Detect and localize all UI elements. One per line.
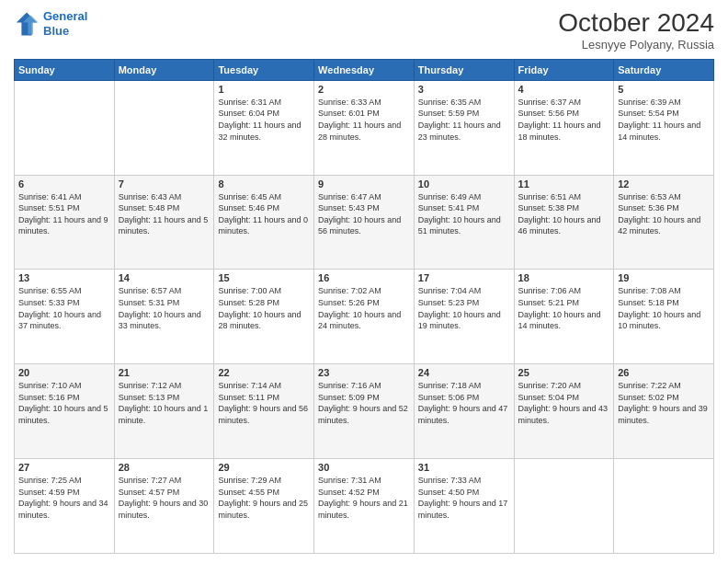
week-row-3: 20Sunrise: 7:10 AMSunset: 5:16 PMDayligh…: [15, 364, 714, 459]
day-number: 22: [218, 367, 310, 378]
calendar-cell: [614, 459, 714, 554]
cell-info: Daylight: 11 hours and 23 minutes.: [418, 120, 510, 143]
weekday-header-monday: Monday: [114, 59, 214, 80]
day-number: 12: [618, 178, 710, 190]
day-number: 13: [18, 272, 110, 283]
cell-info: Sunrise: 7:16 AM: [318, 380, 410, 392]
cell-info: Sunrise: 7:06 AM: [518, 285, 610, 297]
calendar-cell: 7Sunrise: 6:43 AMSunset: 5:48 PMDaylight…: [114, 175, 214, 270]
calendar-cell: 17Sunrise: 7:04 AMSunset: 5:23 PMDayligh…: [414, 270, 514, 364]
logo: General Blue: [14, 9, 87, 38]
cell-info: Sunrise: 7:22 AM: [618, 380, 710, 392]
day-number: 25: [518, 367, 610, 378]
cell-info: Sunrise: 7:12 AM: [119, 380, 210, 392]
cell-info: Sunrise: 6:31 AM: [218, 97, 310, 109]
cell-info: Daylight: 11 hours and 5 minutes.: [119, 214, 210, 237]
cell-info: Sunset: 4:50 PM: [418, 487, 510, 499]
weekday-header-sunday: Sunday: [15, 59, 115, 80]
page: General Blue October 2024 Lesnyye Polyan…: [0, 0, 728, 563]
cell-info: Sunrise: 6:41 AM: [18, 191, 110, 203]
cell-info: Daylight: 10 hours and 1 minute.: [119, 403, 210, 426]
cell-info: Sunrise: 7:04 AM: [418, 285, 510, 297]
cell-info: Sunrise: 7:33 AM: [418, 475, 510, 487]
cell-info: Daylight: 10 hours and 33 minutes.: [119, 309, 210, 332]
cell-info: Daylight: 9 hours and 39 minutes.: [618, 403, 710, 426]
cell-info: Sunrise: 7:08 AM: [618, 285, 710, 297]
cell-info: Daylight: 10 hours and 42 minutes.: [618, 214, 710, 237]
calendar-cell: 2Sunrise: 6:33 AMSunset: 6:01 PMDaylight…: [314, 80, 415, 175]
cell-info: Sunset: 5:43 PM: [318, 202, 410, 214]
cell-info: Sunset: 4:57 PM: [119, 487, 210, 499]
calendar-cell: 11Sunrise: 6:51 AMSunset: 5:38 PMDayligh…: [514, 175, 614, 270]
cell-info: Sunrise: 7:31 AM: [318, 475, 410, 487]
cell-info: Sunrise: 7:02 AM: [318, 285, 410, 297]
day-number: 19: [618, 272, 710, 283]
cell-info: Daylight: 9 hours and 52 minutes.: [318, 403, 410, 426]
weekday-header-tuesday: Tuesday: [214, 59, 314, 80]
day-number: 6: [18, 178, 110, 190]
cell-info: Sunrise: 7:20 AM: [518, 380, 610, 392]
calendar-cell: 13Sunrise: 6:55 AMSunset: 5:33 PMDayligh…: [15, 270, 115, 364]
cell-info: Sunrise: 6:47 AM: [318, 191, 410, 203]
calendar-cell: 5Sunrise: 6:39 AMSunset: 5:54 PMDaylight…: [614, 80, 714, 175]
cell-info: Sunset: 5:09 PM: [318, 392, 410, 404]
day-number: 9: [318, 178, 410, 190]
day-number: 17: [418, 272, 510, 283]
day-number: 8: [218, 178, 310, 190]
cell-info: Sunset: 4:59 PM: [18, 487, 110, 499]
logo-text: General Blue: [43, 9, 87, 38]
cell-info: Daylight: 11 hours and 28 minutes.: [318, 120, 410, 143]
cell-info: Sunset: 4:55 PM: [218, 487, 310, 499]
week-row-4: 27Sunrise: 7:25 AMSunset: 4:59 PMDayligh…: [15, 459, 714, 554]
header: General Blue October 2024 Lesnyye Polyan…: [14, 9, 714, 52]
day-number: 31: [418, 462, 510, 473]
day-number: 20: [18, 367, 110, 378]
day-number: 16: [318, 272, 410, 283]
cell-info: Daylight: 10 hours and 56 minutes.: [318, 214, 410, 237]
day-number: 2: [318, 84, 410, 95]
calendar-cell: 19Sunrise: 7:08 AMSunset: 5:18 PMDayligh…: [614, 270, 714, 364]
calendar-cell: 25Sunrise: 7:20 AMSunset: 5:04 PMDayligh…: [514, 364, 614, 459]
logo-line1: General: [43, 9, 87, 23]
main-title: October 2024: [558, 9, 714, 38]
cell-info: Sunset: 5:02 PM: [618, 392, 710, 404]
cell-info: Sunset: 5:51 PM: [18, 202, 110, 214]
calendar-cell: 23Sunrise: 7:16 AMSunset: 5:09 PMDayligh…: [314, 364, 415, 459]
cell-info: Daylight: 9 hours and 17 minutes.: [418, 498, 510, 521]
cell-info: Daylight: 9 hours and 21 minutes.: [318, 498, 410, 521]
cell-info: Daylight: 10 hours and 28 minutes.: [218, 309, 310, 332]
cell-info: Sunset: 5:54 PM: [618, 108, 710, 120]
day-number: 10: [418, 178, 510, 190]
weekday-header-saturday: Saturday: [614, 59, 714, 80]
cell-info: Daylight: 9 hours and 47 minutes.: [418, 403, 510, 426]
day-number: 14: [119, 272, 210, 283]
cell-info: Sunset: 5:23 PM: [418, 297, 510, 309]
calendar-cell: 4Sunrise: 6:37 AMSunset: 5:56 PMDaylight…: [514, 80, 614, 175]
cell-info: Sunset: 5:21 PM: [518, 297, 610, 309]
cell-info: Daylight: 9 hours and 34 minutes.: [18, 498, 110, 521]
day-number: 18: [518, 272, 610, 283]
day-number: 26: [618, 367, 710, 378]
calendar-cell: 20Sunrise: 7:10 AMSunset: 5:16 PMDayligh…: [15, 364, 115, 459]
cell-info: Daylight: 9 hours and 25 minutes.: [218, 498, 310, 521]
calendar-cell: 1Sunrise: 6:31 AMSunset: 6:04 PMDaylight…: [214, 80, 314, 175]
calendar-cell: 10Sunrise: 6:49 AMSunset: 5:41 PMDayligh…: [414, 175, 514, 270]
cell-info: Daylight: 10 hours and 14 minutes.: [518, 309, 610, 332]
weekday-header-row: SundayMondayTuesdayWednesdayThursdayFrid…: [15, 59, 714, 80]
week-row-0: 1Sunrise: 6:31 AMSunset: 6:04 PMDaylight…: [15, 80, 714, 175]
cell-info: Sunrise: 6:53 AM: [618, 191, 710, 203]
cell-info: Daylight: 9 hours and 43 minutes.: [518, 403, 610, 426]
cell-info: Sunset: 5:36 PM: [618, 202, 710, 214]
calendar-cell: 14Sunrise: 6:57 AMSunset: 5:31 PMDayligh…: [114, 270, 214, 364]
day-number: 28: [119, 462, 210, 473]
cell-info: Sunrise: 7:10 AM: [18, 380, 110, 392]
calendar-cell: 29Sunrise: 7:29 AMSunset: 4:55 PMDayligh…: [214, 459, 314, 554]
cell-info: Daylight: 11 hours and 9 minutes.: [18, 214, 110, 237]
calendar-cell: 28Sunrise: 7:27 AMSunset: 4:57 PMDayligh…: [114, 459, 214, 554]
cell-info: Daylight: 10 hours and 19 minutes.: [418, 309, 510, 332]
calendar-cell: [15, 80, 115, 175]
day-number: 30: [318, 462, 410, 473]
cell-info: Sunrise: 6:35 AM: [418, 97, 510, 109]
cell-info: Daylight: 10 hours and 5 minutes.: [18, 403, 110, 426]
cell-info: Sunset: 5:59 PM: [418, 108, 510, 120]
